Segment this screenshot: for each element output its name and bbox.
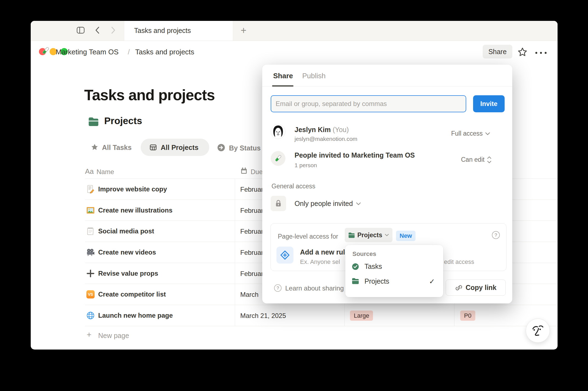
row-title[interactable]: Create new illustrations [98,206,173,214]
table-bottom-divider [85,326,558,326]
page-level-access-label: Page-level access for [278,233,338,240]
breadcrumb-page[interactable]: Tasks and projects [135,48,194,56]
collection-title: Projects [104,115,142,126]
person-name: Jeslyn Kim (You) [295,126,349,134]
general-access-label: General access [272,183,315,190]
menu-item-tasks[interactable]: Tasks [349,260,440,273]
test-tube-icon [41,46,50,57]
new-page-button[interactable]: New page [98,332,129,340]
projector-icon [86,248,95,256]
svg-text:?: ? [494,233,497,238]
folder-icon [88,117,99,127]
tab-label: Tasks and projects [134,27,191,35]
row-title[interactable]: Social media post [98,227,154,235]
sidebar-toggle-icon[interactable] [77,27,85,35]
memo-icon [86,185,95,193]
vs-icon: VS [86,290,95,298]
notepad-icon [86,227,95,235]
picture-icon [86,206,95,214]
favorite-star-icon[interactable] [517,47,528,58]
invite-email-input[interactable] [271,95,466,112]
active-tab-underline [272,85,293,86]
source-selector[interactable]: Projects [345,228,392,242]
row-title[interactable]: Create competitor list [98,291,166,298]
notion-face-icon [530,323,545,339]
group-name: People invited to Marketing Team OS [295,151,415,159]
lock-icon [271,196,286,211]
diamond-plus-icon [276,247,293,264]
question-circle-icon: ? [274,284,282,293]
chevron-down-icon [485,132,490,135]
view-tab-all-tasks[interactable]: All Tasks [102,144,132,152]
sources-dropdown: Sources Tasks Projects ✓ [345,245,443,297]
text-type-icon: Aa [85,167,94,176]
chevron-down-icon [356,202,361,205]
breadcrumb-workspace[interactable]: Marketing Team OS [56,48,118,56]
row-title[interactable]: Revise value props [98,270,158,277]
back-icon[interactable] [94,26,100,35]
general-access-dropdown[interactable]: Only people invited [295,200,361,208]
add-rule-subtitle-end: edit access [444,258,474,266]
table-row[interactable]: Launch new home page March 21, 2025 Larg… [85,305,558,326]
tab-tasks-and-projects[interactable]: Tasks and projects [124,21,233,41]
forward-icon[interactable] [110,26,116,35]
menu-item-projects[interactable]: Projects ✓ [349,275,440,288]
learn-about-sharing-link[interactable]: Learn about sharing [285,284,344,292]
new-tab-button[interactable]: + [237,24,250,37]
row-title[interactable]: Create new videos [98,248,156,256]
row-title[interactable]: Improve website copy [98,185,167,193]
folder-icon [348,232,355,238]
svg-text:?: ? [277,286,279,291]
window-tab-bar: Tasks and projects + [31,21,558,41]
view-tab-by-status[interactable]: By Status [229,144,261,152]
column-header-name[interactable]: Name [97,168,114,176]
priority-badge[interactable]: P0 [460,311,475,321]
star-icon [91,143,98,152]
add-rule-title[interactable]: Add a new rule [300,248,349,256]
sources-label: Sources [352,250,376,258]
folder-icon [352,278,359,285]
question-circle-icon[interactable]: ? [491,231,500,241]
new-badge: New [396,231,415,241]
copy-link-button[interactable]: Copy link [446,280,506,296]
tab-share[interactable]: Share [273,72,293,80]
breadcrumb-separator: / [128,48,130,56]
view-tab-label: All Projects [161,144,199,152]
plus-icon: + [87,330,92,339]
row-title[interactable]: Launch new home page [98,312,173,319]
row-due-date[interactable]: March [240,291,259,298]
add-rule-subtitle: Ex. Anyone sel [300,258,340,266]
check-icon: ✓ [429,277,435,286]
link-icon [455,284,463,292]
group-count: 1 person [295,162,317,169]
plus-icon [86,269,95,278]
table-icon [149,144,157,152]
notion-ai-face-button[interactable] [526,319,550,343]
invite-button[interactable]: Invite [473,95,505,112]
check-circle-icon [352,263,359,270]
chevron-up-down-icon [487,156,491,163]
page-title: Tasks and projects [84,86,215,104]
globe-icon [86,311,95,320]
size-badge[interactable]: Large [350,311,373,321]
chevron-down-icon [385,234,389,236]
person-email: jeslyn@makenotion.com [295,136,357,142]
calendar-icon [240,167,248,175]
group-avatar [271,151,285,167]
arrow-circle-icon [217,144,225,153]
avatar [271,124,285,140]
view-tab-all-projects[interactable]: All Projects [141,139,209,156]
screenshot-stage: Tasks and projects + Marketing Team OS /… [0,0,588,391]
access-dropdown[interactable]: Full access [451,130,490,137]
access-dropdown[interactable]: Can edit [461,156,491,163]
share-button[interactable]: Share [483,45,512,58]
more-options-icon[interactable] [535,50,549,55]
row-due-date[interactable]: March 21, 2025 [240,312,286,320]
share-dialog-tabs: Share Publish [262,65,512,86]
tab-publish[interactable]: Publish [302,72,326,80]
person-you-suffix: (You) [333,126,349,133]
